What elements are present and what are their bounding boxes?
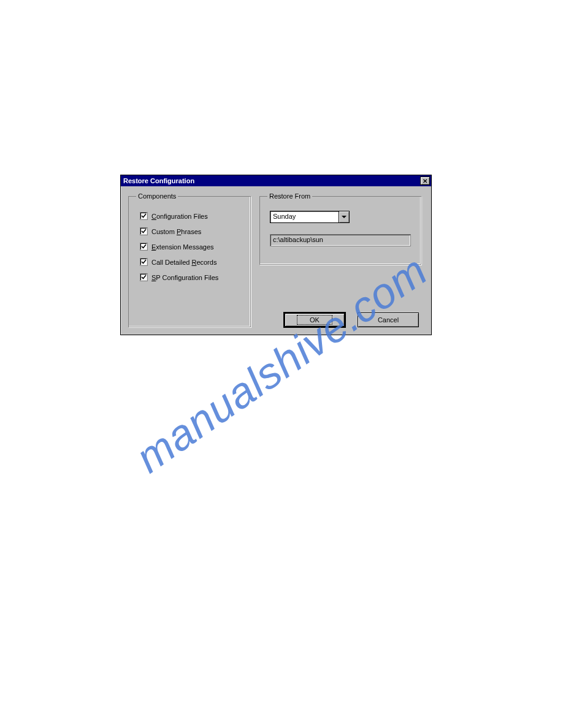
checkbox-label: Extension Messages [151,243,214,251]
restore-configuration-dialog: Restore Configuration ✕ Components Confi… [120,175,432,335]
button-row: OK Cancel [259,313,421,327]
ok-button[interactable]: OK [284,313,345,327]
right-column: Restore From Sunday c:\altibackup\sun OK… [259,192,421,327]
checkbox-row-call-detailed-records[interactable]: Call Detailed Records [140,258,243,266]
checkbox-label: Configuration Files [151,213,208,220]
combobox-dropdown-button[interactable] [339,211,350,223]
components-legend: Components [136,192,178,200]
restore-from-legend: Restore From [267,192,312,200]
cancel-button[interactable]: Cancel [358,313,419,327]
cancel-button-label: Cancel [378,316,399,324]
checkbox-row-custom-phrases[interactable]: Custom Phrases [140,227,243,235]
checkbox-icon [140,258,148,266]
ok-button-label: OK [297,315,332,325]
day-combobox-value: Sunday [270,211,339,223]
dialog-title: Restore Configuration [123,177,194,184]
components-groupbox: Components Configuration Files Custom Ph… [128,192,251,327]
close-icon: ✕ [423,178,427,184]
checkbox-icon [140,273,148,281]
restore-path-field: c:\altibackup\sun [270,234,411,246]
titlebar: Restore Configuration ✕ [121,175,431,186]
day-combobox[interactable]: Sunday [270,211,350,223]
checkbox-label: Custom Phrases [151,228,201,235]
checkbox-icon [140,243,148,251]
checkbox-row-extension-messages[interactable]: Extension Messages [140,243,243,251]
checkbox-row-sp-configuration-files[interactable]: SP Configuration Files [140,273,243,281]
checkbox-label: SP Configuration Files [151,274,218,281]
restore-from-groupbox: Restore From Sunday c:\altibackup\sun [259,192,421,265]
checkbox-icon [140,227,148,235]
checkbox-icon [140,212,148,220]
chevron-down-icon [342,216,347,218]
dialog-body: Components Configuration Files Custom Ph… [121,186,431,335]
checkbox-row-configuration-files[interactable]: Configuration Files [140,212,243,220]
close-button[interactable]: ✕ [420,176,430,185]
checkbox-label: Call Detailed Records [151,259,216,266]
